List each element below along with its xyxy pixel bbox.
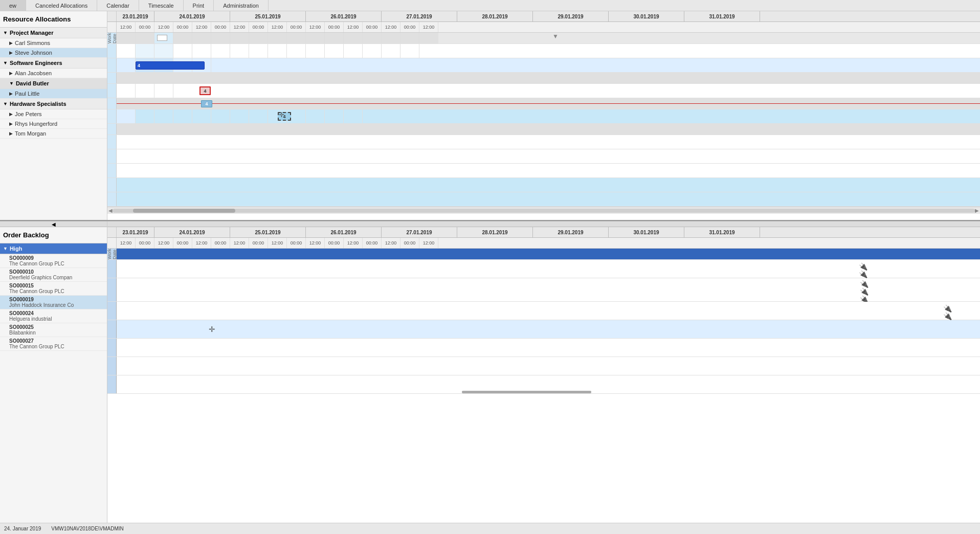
move-cursor-icon: ✛ <box>279 111 284 119</box>
collapse-triangle-high: ▼ <box>3 246 8 251</box>
ob-icon-so000009-2[interactable]: 🔌 <box>859 270 867 278</box>
top-scrollbar[interactable]: ◀ ▶ <box>107 207 980 214</box>
sidebar-item-label-rhys: Rhys Hungerford <box>15 121 57 127</box>
expand-tri-joe: ▶ <box>9 112 13 117</box>
resource-allocations-sidebar: Resource Allocations ▼ Project Manager ▶… <box>0 11 107 220</box>
menu-print[interactable]: Print <box>184 0 214 11</box>
ob-icon-so000010-1[interactable]: 🔌 <box>860 280 868 288</box>
expand-tri-rhys: ▶ <box>9 121 13 126</box>
sidebar-item-steve-johnson[interactable]: ▶ Steve Johnson <box>0 48 107 58</box>
collapse-triangle-pm: ▼ <box>3 30 8 35</box>
status-bar: 24. Januar 2019 VMW10NAV2018DE\VMADMIN <box>0 523 980 534</box>
scrollbar-thumb[interactable] <box>133 209 235 213</box>
sidebar-item-carl-simmons[interactable]: ▶ Carl Simmons <box>0 38 107 48</box>
order-backlog-group-label-high: High <box>10 246 22 252</box>
scroll-left-btn[interactable]: ◀ <box>108 208 113 213</box>
ob-item-num-0: SO000009 <box>9 255 104 261</box>
ob-item-num-6: SO000027 <box>9 338 104 344</box>
ob-item-num-3: SO000019 <box>9 297 104 302</box>
scrollbar-track[interactable] <box>113 209 975 213</box>
ob-icon-so000015-1[interactable]: 🔌 <box>943 304 952 313</box>
scroll-right-btn[interactable]: ▶ <box>975 208 979 213</box>
resource-allocations-gantt: 23.01.2019 24.01.2019 25.01.2019 26.01.2… <box>107 11 980 220</box>
menu-administration[interactable]: Administration <box>214 0 269 11</box>
ob-item-so000024[interactable]: SO000024 Helguera industrial <box>0 309 107 323</box>
expand-tri-alan: ▶ <box>9 71 13 76</box>
sidebar-item-paul-little[interactable]: ▶ Paul Little <box>0 89 107 99</box>
sidebar-group-software-engineers[interactable]: ▼ Software Engineers <box>0 58 107 69</box>
menu-timescale[interactable]: Timescale <box>139 0 184 11</box>
ob-item-name-3: John Haddock Insurance Co <box>9 302 104 308</box>
ob-icon-so000009-1[interactable]: 🔌 <box>859 262 867 271</box>
sidebar-item-david-butler[interactable]: ▼ David Butler <box>0 78 107 89</box>
ob-item-name-4: Helguera industrial <box>9 316 104 322</box>
status-user: VMW10NAV2018DE\VMADMIN <box>51 526 124 531</box>
sidebar-item-joe-peters[interactable]: ▶ Joe Peters <box>0 109 107 119</box>
ob-item-name-0: The Cannon Group PLC <box>9 261 104 266</box>
ob-item-name-6: The Cannon Group PLC <box>9 344 104 349</box>
workdate-label-ob: Work Date <box>107 249 117 259</box>
order-backlog-title: Order Backlog <box>0 227 107 243</box>
sidebar-group-label-pm: Project Manager <box>10 30 54 36</box>
order-backlog-group-high[interactable]: ▼ High <box>0 243 107 254</box>
sidebar-item-label-paul: Paul Little <box>15 91 39 97</box>
ob-scroll-indicator <box>462 391 591 393</box>
menu-calendar[interactable]: Calendar <box>97 0 139 11</box>
expand-tri-paul: ▶ <box>9 91 13 96</box>
ob-item-num-4: SO000024 <box>9 310 104 316</box>
sidebar-item-alan-jacobsen[interactable]: ▶ Alan Jacobsen <box>0 69 107 78</box>
ob-item-num-2: SO000015 <box>9 283 104 288</box>
bar-label-alan: 4 <box>204 88 206 94</box>
status-date: 24. Januar 2019 <box>4 526 41 531</box>
move-cursor-ob: ✛ <box>209 325 215 334</box>
ob-item-so000009[interactable]: SO000009 The Cannon Group PLC <box>0 254 107 268</box>
sidebar-item-label-carl: Carl Simmons <box>15 40 50 46</box>
ob-item-num-5: SO000025 <box>9 324 104 330</box>
ob-item-name-5: Bilabankinn <box>9 330 104 336</box>
gantt-bar-steve-johnson[interactable]: 4 <box>136 61 205 70</box>
collapse-triangle-db: ▼ <box>9 81 14 86</box>
gantt-bar-david-butler[interactable]: 4 <box>201 100 212 107</box>
ob-item-so000015[interactable]: SO000015 The Cannon Group PLC <box>0 282 107 296</box>
ob-item-name-2: The Cannon Group PLC <box>9 288 104 294</box>
sidebar-item-label-david: David Butler <box>16 80 49 86</box>
ob-item-so000027[interactable]: SO000027 The Cannon Group PLC <box>0 337 107 351</box>
expand-tri-tom: ▶ <box>9 131 13 136</box>
ob-icon-so000010-2[interactable]: 🔌 <box>860 287 868 296</box>
sidebar-item-rhys-hungerford[interactable]: ▶ Rhys Hungerford <box>0 119 107 129</box>
order-backlog-sidebar: Order Backlog ▼ High SO000009 The Cannon… <box>0 227 107 523</box>
order-backlog-gantt: 23.01.2019 24.01.2019 25.01.2019 26.01.2… <box>107 227 980 523</box>
sidebar-group-hardware-specialists[interactable]: ▼ Hardware Specialists <box>0 99 107 109</box>
resource-allocations-title: Resource Allocations <box>0 11 107 28</box>
expand-tri-steve: ▶ <box>9 50 13 55</box>
sidebar-group-label-se: Software Engineers <box>10 60 62 66</box>
ob-item-name-1: Deerfield Graphics Compan <box>9 275 104 280</box>
sidebar-item-label-tom: Tom Morgan <box>15 130 46 137</box>
ob-item-so000010[interactable]: SO000010 Deerfield Graphics Compan <box>0 268 107 282</box>
bar-label-steve: 4 <box>136 63 142 68</box>
pane-collapse-handle[interactable]: ◀ <box>52 221 56 227</box>
sidebar-item-label-joe: Joe Peters <box>15 111 42 117</box>
sidebar-item-label-alan: Alan Jacobsen <box>15 70 52 76</box>
top-menu-bar: ew Canceled Allocations Calendar Timesca… <box>0 0 980 11</box>
sidebar-group-project-manager[interactable]: ▼ Project Manager <box>0 28 107 38</box>
sidebar-group-label-hs: Hardware Specialists <box>10 101 66 107</box>
expand-tri-carl: ▶ <box>9 40 13 46</box>
ob-icon-so000015-2[interactable]: 🔌 <box>943 312 952 320</box>
workdate-label-1: Work Date <box>107 33 117 43</box>
sidebar-item-label-steve: Steve Johnson <box>15 50 52 56</box>
collapse-triangle-se: ▼ <box>3 60 8 65</box>
bar-label-david: 4 <box>205 101 208 106</box>
sidebar-item-tom-morgan[interactable]: ▶ Tom Morgan <box>0 129 107 139</box>
menu-ew[interactable]: ew <box>0 0 26 11</box>
collapse-triangle-hs: ▼ <box>3 101 8 106</box>
ob-item-so000019[interactable]: SO000019 John Haddock Insurance Co <box>0 296 107 309</box>
gantt-bar-alan-jacobsen[interactable]: 4 <box>199 86 211 95</box>
menu-canceled-allocations[interactable]: Canceled Allocations <box>26 0 97 11</box>
ob-item-so000025[interactable]: SO000025 Bilabankinn <box>0 323 107 337</box>
ob-item-num-1: SO000010 <box>9 269 104 275</box>
